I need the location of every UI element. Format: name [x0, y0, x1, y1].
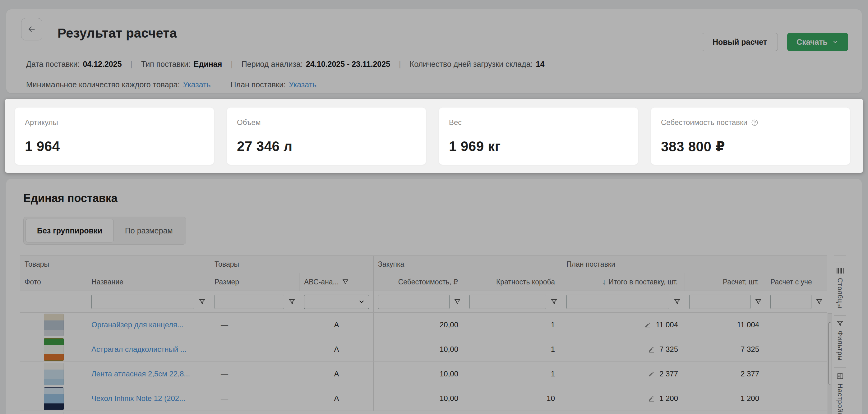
stat-card: Вес1 969 кг — [439, 107, 638, 165]
stat-card-label: Артикулы — [25, 118, 204, 127]
stat-card: Объем27 346 л — [227, 107, 426, 165]
stat-card-label: Себестоимость поставки — [661, 118, 840, 127]
stat-card-label-text: Себестоимость поставки — [661, 118, 747, 127]
stat-card-label: Вес — [449, 118, 628, 127]
help-icon[interactable] — [751, 119, 758, 126]
stats-strip: Артикулы1 964Объем27 346 лВес1 969 кгСеб… — [5, 99, 863, 173]
stat-card: Артикулы1 964 — [15, 107, 214, 165]
dim-overlay — [0, 0, 868, 414]
stat-card-value: 1 964 — [25, 139, 204, 154]
stat-card-label: Объем — [237, 118, 416, 127]
stat-card-value: 1 969 кг — [449, 139, 628, 154]
stat-card: Себестоимость поставки383 800 ₽ — [651, 107, 850, 165]
stat-card-label-text: Вес — [449, 118, 462, 127]
stat-card-value: 383 800 ₽ — [661, 139, 840, 155]
stat-card-value: 27 346 л — [237, 139, 416, 154]
stat-card-label-text: Артикулы — [25, 118, 58, 127]
stat-card-label-text: Объем — [237, 118, 260, 127]
